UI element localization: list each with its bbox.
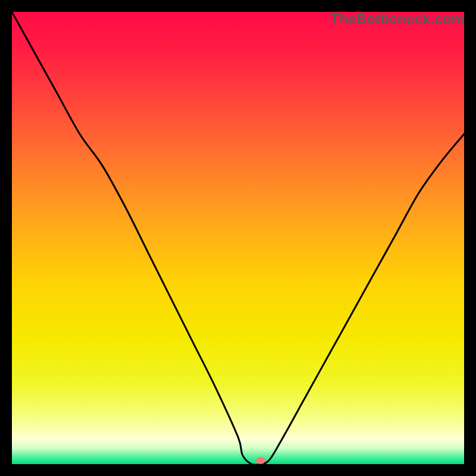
- bottleneck-marker: [256, 457, 265, 464]
- bottleneck-chart: [12, 12, 464, 464]
- chart-background: [12, 12, 464, 464]
- watermark-text: TheBottleneck.com: [330, 11, 464, 27]
- chart-frame: TheBottleneck.com: [12, 12, 464, 464]
